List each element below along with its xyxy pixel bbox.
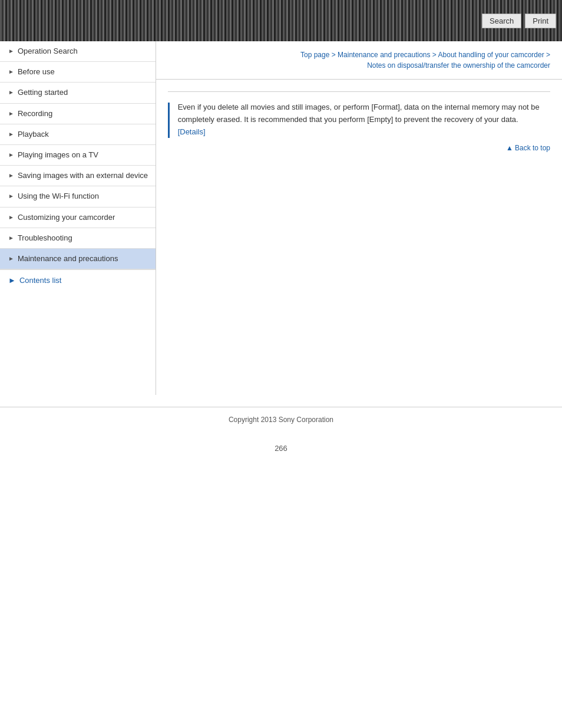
search-button[interactable]: Search <box>482 14 521 28</box>
chevron-right-icon: ► <box>8 130 14 139</box>
sidebar-item-label: Customizing your camcorder <box>18 212 115 223</box>
breadcrumb-about-handling[interactable]: About handling of your camcorder <box>438 51 544 59</box>
content-text: Even if you delete all movies and still … <box>178 101 550 138</box>
sidebar-item-recording[interactable]: ► Recording <box>0 104 156 124</box>
blue-accent-bar <box>168 103 170 138</box>
back-to-top-link[interactable]: ▲Back to top <box>506 144 550 152</box>
triangle-up-icon: ▲ <box>506 144 513 152</box>
sidebar-item-label: Playback <box>18 129 49 140</box>
chevron-right-icon: ► <box>8 234 14 242</box>
chevron-right-icon: ► <box>8 172 14 180</box>
contents-list-label: Contents list <box>19 276 62 285</box>
breadcrumb-notes[interactable]: Notes on disposal/transfer the ownership… <box>367 61 550 70</box>
content-block: Even if you delete all movies and still … <box>168 101 550 138</box>
sidebar-item-label: Troubleshooting <box>18 233 72 243</box>
header: Search Print <box>0 0 562 41</box>
arrow-right-icon: ► <box>8 276 16 285</box>
sidebar-item-before-use[interactable]: ► Before use <box>0 62 156 83</box>
footer: Copyright 2013 Sony Corporation <box>0 407 562 432</box>
sidebar-item-label: Recording <box>18 108 52 119</box>
print-button[interactable]: Print <box>525 14 556 28</box>
sidebar-item-customizing[interactable]: ► Customizing your camcorder <box>0 207 156 228</box>
sidebar-item-label: Using the Wi-Fi function <box>18 191 99 202</box>
sidebar-item-label: Playing images on a TV <box>18 150 98 160</box>
sidebar-item-operation-search[interactable]: ► Operation Search <box>0 41 156 62</box>
sidebar-item-playback[interactable]: ► Playback <box>0 124 156 145</box>
chevron-right-icon: ► <box>8 110 14 118</box>
sidebar-item-saving-images[interactable]: ► Saving images with an external device <box>0 166 156 186</box>
details-link[interactable]: [Details] <box>178 127 206 136</box>
breadcrumb-sep3: > <box>544 51 550 59</box>
copyright-text: Copyright 2013 Sony Corporation <box>229 416 333 424</box>
sidebar-item-troubleshooting[interactable]: ► Troubleshooting <box>0 228 156 249</box>
chevron-right-icon: ► <box>8 213 14 222</box>
main-layout: ► Operation Search ► Before use ► Gettin… <box>0 41 562 395</box>
breadcrumb: Top page > Maintenance and precautions >… <box>156 41 562 80</box>
breadcrumb-maintenance[interactable]: Maintenance and precautions <box>338 51 430 59</box>
chevron-right-icon: ► <box>8 255 14 263</box>
sidebar-item-playing-images[interactable]: ► Playing images on a TV <box>0 145 156 166</box>
back-to-top: ▲Back to top <box>168 144 550 152</box>
breadcrumb-sep2: > <box>431 51 438 59</box>
sidebar: ► Operation Search ► Before use ► Gettin… <box>0 41 156 395</box>
contents-list-link[interactable]: ► Contents list <box>0 269 156 291</box>
sidebar-item-getting-started[interactable]: ► Getting started <box>0 83 156 103</box>
divider <box>168 91 550 92</box>
back-to-top-label: Back to top <box>515 144 550 152</box>
chevron-right-icon: ► <box>8 151 14 159</box>
sidebar-item-wifi[interactable]: ► Using the Wi-Fi function <box>0 186 156 207</box>
breadcrumb-top-page[interactable]: Top page <box>300 51 329 59</box>
chevron-right-icon: ► <box>8 47 14 55</box>
sidebar-item-label: Saving images with an external device <box>18 170 148 181</box>
content-area: Even if you delete all movies and still … <box>156 80 562 164</box>
body-text: Even if you delete all movies and still … <box>178 103 540 124</box>
sidebar-item-label: Operation Search <box>18 46 78 57</box>
page-number: 266 <box>0 432 562 465</box>
sidebar-item-label: Before use <box>18 67 55 77</box>
main-content: Top page > Maintenance and precautions >… <box>156 41 562 395</box>
sidebar-item-maintenance[interactable]: ► Maintenance and precautions <box>0 249 156 269</box>
sidebar-item-label: Maintenance and precautions <box>18 253 118 264</box>
breadcrumb-sep1: > <box>329 51 338 59</box>
chevron-right-icon: ► <box>8 68 14 76</box>
sidebar-item-label: Getting started <box>18 87 68 98</box>
chevron-right-icon: ► <box>8 192 14 200</box>
chevron-right-icon: ► <box>8 88 14 97</box>
